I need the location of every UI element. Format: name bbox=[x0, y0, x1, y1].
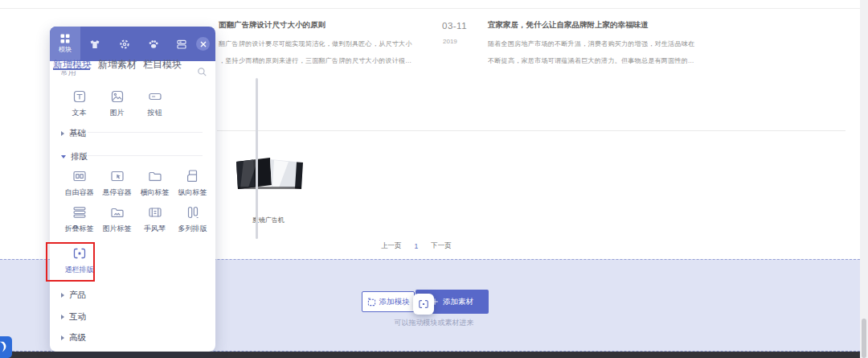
bottom-bar bbox=[0, 352, 868, 358]
section-basics[interactable]: 基础 bbox=[61, 128, 86, 139]
module-row-basic: 文本 图片 按钮 bbox=[60, 88, 174, 118]
news-summary-left-line2: ，坚持少而精的原则来进行，三面翻广告牌的尺寸大小的设计很... bbox=[219, 56, 411, 65]
next-page-link[interactable]: 下一页 bbox=[431, 241, 452, 251]
add-module-button[interactable]: 添加模块 bbox=[362, 291, 415, 312]
layout-card-icon bbox=[176, 39, 187, 50]
news-summary-right-line1: 随着全国房地产市场的不断升温，消费者购买力的增强，对生活品味在 bbox=[488, 39, 694, 48]
top-divider bbox=[0, 8, 868, 9]
chevron-down-icon bbox=[61, 155, 66, 158]
highlight-annotation-box bbox=[46, 242, 95, 282]
add-material-label: 添加素材 bbox=[443, 297, 473, 307]
multi-column-icon bbox=[185, 204, 201, 220]
text-icon bbox=[72, 88, 88, 105]
module-item-accordion[interactable]: 手风琴 bbox=[136, 204, 174, 234]
section-interaction[interactable]: 互动 bbox=[61, 311, 86, 323]
current-page[interactable]: 1 bbox=[415, 242, 419, 250]
module-item-vertical-tabs[interactable]: 纵向标签 bbox=[174, 168, 211, 198]
panel-header: 模块 bbox=[50, 27, 215, 61]
close-icon bbox=[200, 41, 207, 47]
module-item-collapse-tabs[interactable]: 折叠标签 bbox=[60, 204, 98, 234]
module-row-layout-2: 折叠标签 图片标签 手风琴 bbox=[60, 204, 211, 234]
tab-modules-label: 模块 bbox=[59, 45, 72, 54]
page: 面翻广告牌设计尺寸大小的原则 翻广告牌的设计要尽可能实现简洁化，做到别具匠心，从… bbox=[0, 0, 868, 358]
section-layout[interactable]: 排版 bbox=[61, 151, 88, 163]
tab-pets[interactable] bbox=[147, 38, 159, 50]
image-icon bbox=[109, 88, 125, 105]
pagination: 上一页 1 下一页 bbox=[381, 241, 452, 251]
free-container-icon bbox=[72, 168, 88, 184]
news-date-month-day: 03-11 bbox=[442, 21, 467, 31]
module-row-layout-1: 自由容器 悬停容器 横向标签 bbox=[60, 168, 211, 198]
section-products[interactable]: 产品 bbox=[61, 290, 86, 301]
news-title-right[interactable]: 宜家家居，凭什么让自家品牌附上家的幸福味道 bbox=[488, 20, 649, 31]
button-icon bbox=[147, 88, 163, 105]
product-image[interactable] bbox=[234, 156, 308, 191]
section-layout-line bbox=[88, 155, 203, 156]
tab-column-modules[interactable]: 栏目模块 bbox=[143, 58, 182, 72]
module-panel: 模块 bbox=[50, 27, 215, 352]
tab-settings[interactable] bbox=[118, 38, 130, 50]
active-tab-underline bbox=[53, 68, 90, 70]
panel-scrollbar-thumb[interactable] bbox=[256, 78, 258, 239]
page-scrollbar-track[interactable] bbox=[860, 0, 868, 358]
hover-container-icon bbox=[109, 168, 125, 184]
search-icon[interactable] bbox=[197, 67, 207, 77]
news-date-year: 2019 bbox=[443, 38, 457, 45]
module-item-button[interactable]: 按钮 bbox=[136, 88, 174, 118]
chevron-right-icon bbox=[61, 293, 64, 298]
module-item-horizontal-tabs[interactable]: 横向标签 bbox=[136, 168, 174, 198]
news-summary-right-line2: 不断提高，家居市场可谓蕴涵着巨大的潜力。但事物总是有两面性的... bbox=[488, 56, 694, 65]
dragged-module-ghost[interactable] bbox=[413, 294, 434, 315]
horizontal-tabs-icon bbox=[147, 168, 163, 184]
chevron-right-icon bbox=[61, 131, 64, 136]
chat-widget-logo[interactable] bbox=[0, 336, 12, 358]
module-item-hover-container[interactable]: 悬停容器 bbox=[98, 168, 136, 198]
image-tabs-icon bbox=[109, 204, 125, 220]
section-basics-line bbox=[88, 132, 203, 133]
dropzone-hint: 可以拖动模块或素材进来 bbox=[366, 318, 502, 328]
module-item-free-container[interactable]: 自由容器 bbox=[60, 168, 98, 198]
collapse-tabs-icon bbox=[72, 204, 88, 220]
module-item-multi-column[interactable]: 多列排版 bbox=[174, 204, 211, 234]
page-scrollbar-thumb[interactable] bbox=[862, 319, 866, 358]
section-advanced[interactable]: 高级 bbox=[61, 332, 86, 344]
section-divider bbox=[217, 130, 845, 131]
tab-modules[interactable]: 模块 bbox=[50, 27, 80, 61]
module-item-image[interactable]: 图片 bbox=[98, 88, 136, 118]
module-item-image-tabs[interactable]: 图片标签 bbox=[98, 204, 136, 234]
modules-grid-icon bbox=[60, 34, 70, 43]
accordion-icon bbox=[147, 204, 163, 220]
chevron-right-icon bbox=[61, 335, 64, 340]
vertical-tabs-icon bbox=[185, 168, 201, 184]
close-panel-button[interactable] bbox=[196, 37, 210, 51]
chevron-right-icon bbox=[61, 315, 64, 319]
tab-columns[interactable] bbox=[175, 38, 187, 50]
clipped-section-header: 常用 bbox=[60, 71, 108, 76]
prev-page-link[interactable]: 上一页 bbox=[381, 241, 402, 251]
shirt-icon bbox=[89, 39, 100, 50]
add-module-label: 添加模块 bbox=[379, 297, 410, 307]
news-title-left[interactable]: 面翻广告牌设计尺寸大小的原则 bbox=[219, 20, 326, 31]
module-item-text[interactable]: 文本 bbox=[60, 88, 98, 118]
add-module-icon bbox=[367, 298, 376, 307]
paw-icon bbox=[148, 39, 159, 50]
news-summary-left-line1: 翻广告牌的设计要尽可能实现简洁化，做到别具匠心，从尺寸大小 bbox=[219, 39, 412, 48]
tab-add-material[interactable]: 新增素材 bbox=[98, 58, 137, 72]
tab-materials[interactable] bbox=[88, 38, 100, 50]
gear-icon bbox=[119, 39, 130, 50]
